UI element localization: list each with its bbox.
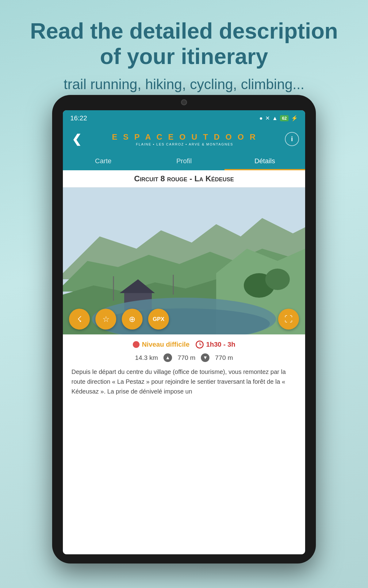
app-header: ❮ E S P A C E O U T D O O R FLAINE • LES… (63, 126, 305, 152)
elevation-down-icon: ▼ (201, 353, 209, 362)
status-bar: 16:22 ● ✕ ▲ 62 ⚡ (63, 110, 305, 126)
app-logo: E S P A C E O U T D O O R FLAINE • LES C… (112, 132, 257, 146)
elevation-down-value: 770 m (215, 354, 233, 361)
tablet-device: 16:22 ● ✕ ▲ 62 ⚡ ❮ E S P A C E O U T D O… (52, 95, 316, 564)
time-label: 1h30 - 3h (206, 341, 235, 349)
add-clock-icon: ⊕ (129, 315, 136, 324)
info-button[interactable]: i (285, 132, 299, 146)
gpx-label: GPX (153, 316, 164, 322)
status-time: 16:22 (70, 114, 87, 122)
time-badge: 1h30 - 3h (196, 341, 235, 349)
difficulty-label: Niveau difficile (142, 341, 190, 349)
page-subtitle: trail running, hiking, cycling, climbing… (25, 75, 343, 94)
action-buttons-row: ☇ ☆ ⊕ GPX ⛶ (63, 309, 305, 330)
difficulty-row: Niveau difficile 1h30 - 3h (70, 341, 298, 349)
hero-image: ☇ ☆ ⊕ GPX ⛶ (63, 187, 305, 334)
difficulty-dot (133, 341, 140, 348)
elevation-up-value: 770 m (178, 354, 195, 361)
top-text-section: Read the detailed description of your it… (0, 0, 368, 106)
gallery-icon: ⛶ (285, 315, 293, 324)
camera-notch (181, 99, 187, 105)
app-name: E S P A C E O U T D O O R (112, 132, 257, 142)
tab-carte[interactable]: Carte (63, 152, 144, 170)
bluetooth-icon: ● (259, 115, 263, 122)
tab-details[interactable]: Détails (224, 152, 305, 170)
info-section: Niveau difficile 1h30 - 3h 14.3 km ▲ 770… (63, 334, 305, 402)
wifi-icon: ▲ (272, 115, 278, 122)
route-title: Circuit 8 rouge - La Kédeuse (69, 174, 299, 183)
svg-point-6 (265, 269, 290, 290)
charging-icon: ⚡ (291, 115, 298, 122)
share-icon: ☇ (77, 315, 82, 324)
phone-screen: 16:22 ● ✕ ▲ 62 ⚡ ❮ E S P A C E O U T D O… (63, 110, 305, 554)
app-tagline: FLAINE • LES CARROZ • ARVE & MONTAGNES (136, 142, 233, 146)
route-description: Depuis le départ du centre du village (o… (70, 367, 298, 396)
back-button[interactable]: ❮ (69, 132, 84, 146)
stats-row: 14.3 km ▲ 770 m ▼ 770 m (70, 353, 298, 362)
gallery-button[interactable]: ⛶ (278, 309, 299, 330)
share-button[interactable]: ☇ (69, 309, 90, 330)
nav-tabs: Carte Profil Détails (63, 152, 305, 170)
x-icon: ✕ (265, 115, 270, 122)
page-title: Read the detailed description of your it… (25, 18, 343, 69)
battery-indicator: 62 (280, 115, 289, 121)
star-icon: ☆ (102, 315, 109, 324)
add-button[interactable]: ⊕ (122, 309, 143, 330)
status-icons: ● ✕ ▲ 62 ⚡ (259, 115, 298, 122)
time-icon (196, 341, 204, 349)
route-title-bar: Circuit 8 rouge - La Kédeuse (63, 170, 305, 187)
favorite-button[interactable]: ☆ (95, 309, 116, 330)
difficulty-badge: Niveau difficile (133, 341, 190, 349)
distance-value: 14.3 km (135, 354, 158, 361)
gpx-button[interactable]: GPX (148, 309, 169, 330)
elevation-up-icon: ▲ (163, 353, 172, 362)
tab-profil[interactable]: Profil (144, 152, 224, 170)
